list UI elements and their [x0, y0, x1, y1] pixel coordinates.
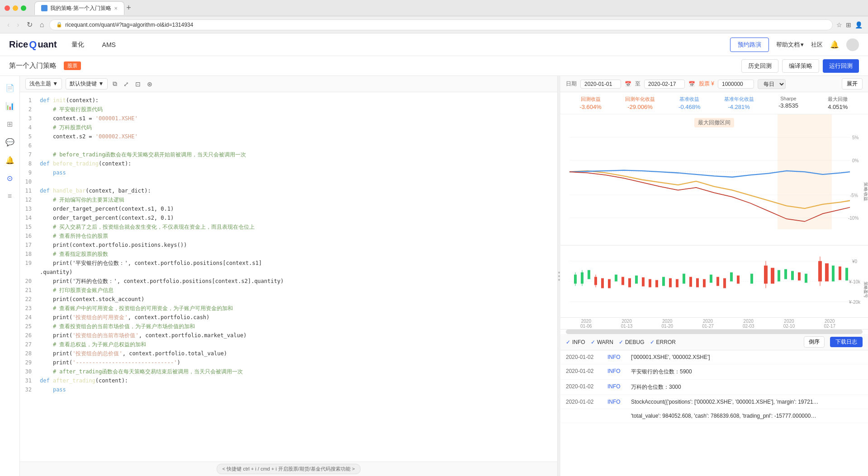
- stat-benchmark-annual-value: -4.281%: [714, 104, 764, 110]
- code-line-14: order_target_percent(context.s2, 0.1): [40, 213, 557, 222]
- reverse-button[interactable]: 倒序: [804, 336, 825, 348]
- date-tick-1: 202001-06: [566, 319, 607, 329]
- bell-icon[interactable]: 🔔: [830, 40, 839, 49]
- code-line-31: def after_trading(content):: [40, 376, 557, 385]
- amount-input[interactable]: [718, 80, 754, 89]
- code-line-7: # before_trading函数会在每天策略交易开始前被调用，当天只会被调用…: [40, 150, 557, 159]
- svg-text:¥0: ¥0: [852, 259, 858, 264]
- forward-button[interactable]: ›: [15, 19, 21, 31]
- sidebar-icon-table[interactable]: ⊞: [3, 117, 17, 131]
- code-area[interactable]: 1 2 3 4 5 6 7 8 9 10 11 12 13 14 15 16 1: [20, 92, 557, 462]
- sidebar-icon-notification[interactable]: 🔔: [3, 153, 17, 167]
- drag-dot-3: [558, 279, 560, 281]
- drag-dot-1: [558, 272, 560, 273]
- url-bar[interactable]: 🔒 ricequant.com/quant/#?tag=algorithm-ol…: [49, 19, 833, 30]
- code-line-5: context.s2 = '000002.XSHE': [40, 132, 557, 141]
- editor-toolbar: 浅色主题 ▼ 默认快捷键 ▼ ⧉ ⤢ ⊡ ⊛: [20, 76, 557, 92]
- chart-scrollbar[interactable]: [566, 330, 863, 334]
- expand-icon[interactable]: ⤢: [122, 79, 130, 89]
- code-line-12: # 开始编写你的主要算法逻辑: [40, 195, 557, 204]
- code-content[interactable]: def init(context): # 平安银行股票代码 context.s1…: [36, 92, 557, 462]
- stat-benchmark: 基准收益 -0.468%: [665, 96, 714, 110]
- shortcut-select[interactable]: 默认快捷键 ▼: [66, 78, 108, 90]
- chart-side-label: 策略收益: [863, 182, 868, 202]
- nav-quantitative[interactable]: 量化: [68, 39, 88, 51]
- filter-error[interactable]: ✓ ERROR: [650, 339, 676, 345]
- code-line-13: order_target_percent(context.s1, 0.1): [40, 204, 557, 213]
- scrollbar-thumb[interactable]: [566, 330, 863, 334]
- avatar[interactable]: [846, 38, 859, 51]
- cal-to-icon[interactable]: 📅: [688, 81, 695, 87]
- filter-debug[interactable]: ✓ DEBUG: [619, 339, 645, 345]
- sidebar-icon-circle[interactable]: ⊙: [3, 171, 17, 185]
- maximize-button[interactable]: [21, 5, 26, 11]
- compile-button[interactable]: 编译策略: [782, 59, 819, 73]
- date-tick-2: 202001-13: [607, 319, 647, 329]
- close-button[interactable]: [5, 5, 10, 11]
- settings-icon[interactable]: ⊛: [146, 79, 154, 89]
- back-button[interactable]: ‹: [5, 19, 11, 31]
- sidebar-icon-file[interactable]: 📄: [3, 80, 17, 95]
- filter-info[interactable]: ✓ INFO: [566, 339, 585, 345]
- log-level-2: INFO: [607, 368, 626, 374]
- svg-rect-24: [621, 277, 624, 285]
- log-row-2: 2020-01-02 INFO 平安银行的仓位数：5900: [560, 364, 868, 380]
- stock-label: 股票 ¥: [699, 80, 714, 88]
- svg-text:¥-10k: ¥-10k: [849, 279, 861, 284]
- minimize-button[interactable]: [13, 5, 18, 11]
- copy-icon[interactable]: ⧉: [111, 79, 119, 89]
- reserve-button[interactable]: 预约路演: [730, 38, 769, 52]
- home-button[interactable]: ⌂: [38, 19, 46, 31]
- user-icon[interactable]: 👤: [855, 21, 863, 28]
- log-row-5: 'total_value': 984052.608, 'cash': 78683…: [560, 409, 868, 423]
- date-to-input[interactable]: [644, 80, 685, 89]
- log-row-4: 2020-01-02 INFO StockAccount({'positions…: [560, 395, 868, 409]
- stock-badge: 股票: [64, 61, 81, 70]
- svg-rect-35: [723, 278, 726, 288]
- sidebar-icon-message[interactable]: 💬: [3, 135, 17, 149]
- theme-select[interactable]: 浅色主题 ▼: [25, 78, 62, 90]
- sidebar-icon-chart[interactable]: 📊: [3, 99, 17, 113]
- community-link[interactable]: 社区: [811, 41, 823, 49]
- svg-rect-40: [778, 270, 780, 282]
- log-toolbar: ✓ INFO ✓ WARN ✓ DEBUG ✓ ERROR: [560, 334, 868, 350]
- expand-button[interactable]: 展开: [842, 78, 863, 90]
- date-tick-7: 202002-17: [809, 319, 850, 329]
- svg-rect-13: [615, 275, 617, 282]
- stat-drawdown-label: 最大回撤: [813, 96, 863, 103]
- new-tab-button[interactable]: +: [126, 3, 131, 13]
- tab-close-icon[interactable]: ✕: [114, 6, 118, 11]
- download-button[interactable]: 下载日志: [830, 337, 863, 347]
- log-level-4: INFO: [607, 399, 626, 405]
- history-button[interactable]: 历史回测: [741, 59, 778, 73]
- sidebar-icon-bar[interactable]: ≡: [3, 189, 17, 203]
- filter-warn[interactable]: ✓ WARN: [591, 339, 613, 345]
- nav-ams[interactable]: AMS: [99, 39, 119, 50]
- line-numbers: 1 2 3 4 5 6 7 8 9 10 11 12 13 14 15 16 1: [20, 92, 36, 462]
- svg-rect-22: [601, 278, 604, 288]
- cal-from-icon[interactable]: 📅: [625, 81, 631, 87]
- stats-row: 回测收益 -3.604% 回测年化收益 -29.006% 基准收益 -0.468…: [560, 92, 868, 114]
- logo[interactable]: RiceQuant: [9, 39, 57, 51]
- address-bar: ‹ › ↻ ⌂ 🔒 ricequant.com/quant/#?tag=algo…: [0, 16, 868, 33]
- reader-icon[interactable]: ⊞: [846, 21, 851, 28]
- stat-annual-return: 回测年化收益 -29.006%: [615, 96, 664, 110]
- frequency-select[interactable]: 每日: [758, 79, 786, 89]
- svg-rect-17: [710, 275, 712, 283]
- log-content[interactable]: 2020-01-02 INFO ['000001.XSHE', '000002.…: [560, 350, 868, 476]
- help-link[interactable]: 帮助文档 ▾: [776, 41, 804, 49]
- wrap-icon[interactable]: ⊡: [134, 79, 142, 89]
- code-line-1: def init(context):: [40, 96, 557, 105]
- run-button[interactable]: 运行回测: [823, 59, 859, 73]
- refresh-button[interactable]: ↻: [25, 19, 34, 31]
- bookmark-icon[interactable]: ☆: [836, 21, 842, 28]
- date-from-input[interactable]: [580, 80, 621, 89]
- shortcut-tip[interactable]: < 快捷键 ctrl + i / cmd + i 开启股票/期货/基金代码搜索功…: [217, 464, 361, 474]
- tab-bar: 我的策略·第一个入门策略 ✕ +: [34, 1, 131, 15]
- stat-benchmark-annual: 基准年化收益 -4.281%: [714, 96, 764, 110]
- code-line-17: print(context.portfolio.positions.keys()…: [40, 240, 557, 250]
- code-line-22: print(context.stock_account): [40, 295, 557, 304]
- date-tick-5: 202002-03: [728, 319, 769, 329]
- log-level-3: INFO: [607, 383, 626, 390]
- active-tab[interactable]: 我的策略·第一个入门策略 ✕: [34, 1, 124, 15]
